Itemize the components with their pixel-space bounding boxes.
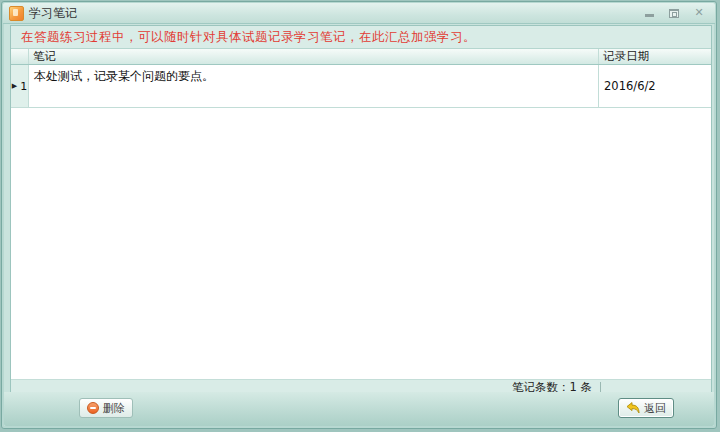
date-cell-text: 2016/6/2 xyxy=(604,79,656,93)
app-icon xyxy=(9,6,24,21)
row-marker-icon: ▶ xyxy=(12,83,17,90)
delete-button-label: 删除 xyxy=(103,401,125,416)
column-header-note-label: 笔记 xyxy=(33,49,56,64)
minimize-button[interactable] xyxy=(643,7,655,19)
row-index: 1 xyxy=(20,80,27,93)
column-header-date[interactable]: 记录日期 xyxy=(599,49,711,64)
row-header[interactable]: ▶ 1 xyxy=(11,65,29,107)
column-header-note[interactable]: 笔记 xyxy=(29,49,599,64)
title-bar[interactable]: 学习笔记 ✕ xyxy=(3,3,715,24)
notes-table: 笔记 记录日期 ▶ 1 本处测试，记录某个问题的要点。 2016/6/2 xyxy=(11,48,711,379)
window-controls: ✕ xyxy=(643,7,709,19)
minimize-icon xyxy=(645,14,654,17)
delete-button[interactable]: 删除 xyxy=(79,398,133,418)
maximize-button[interactable] xyxy=(668,7,680,19)
message-text: 在答题练习过程中，可以随时针对具体试题记录学习笔记，在此汇总加强学习。 xyxy=(21,29,476,44)
date-cell[interactable]: 2016/6/2 xyxy=(599,65,711,107)
back-button[interactable]: 返回 xyxy=(618,398,674,418)
back-button-label: 返回 xyxy=(644,401,666,416)
close-icon: ✕ xyxy=(694,7,703,19)
corner-header[interactable] xyxy=(11,49,29,64)
note-cell[interactable]: 本处测试，记录某个问题的要点。 xyxy=(29,65,599,107)
minus-icon xyxy=(87,402,99,414)
bottom-bar: 删除 返回 xyxy=(4,392,714,426)
window-title: 学习笔记 xyxy=(29,5,77,22)
table-empty-area xyxy=(11,108,711,379)
undo-arrow-icon xyxy=(626,402,640,414)
note-cell-text: 本处测试，记录某个问题的要点。 xyxy=(34,69,214,83)
column-header-date-label: 记录日期 xyxy=(603,49,649,64)
study-notes-window: 学习笔记 ✕ 在答题练习过程中，可以随时针对具体试题记录学习笔记，在此汇总加强学… xyxy=(1,1,717,429)
message-banner: 在答题练习过程中，可以随时针对具体试题记录学习笔记，在此汇总加强学习。 xyxy=(11,26,711,48)
status-spacer xyxy=(601,387,711,388)
table-row: ▶ 1 本处测试，记录某个问题的要点。 2016/6/2 xyxy=(11,65,711,108)
content-panel: 在答题练习过程中，可以随时针对具体试题记录学习笔记，在此汇总加强学习。 笔记 记… xyxy=(10,25,712,396)
maximize-icon xyxy=(669,9,679,18)
close-button[interactable]: ✕ xyxy=(693,7,705,19)
table-header-row: 笔记 记录日期 xyxy=(11,49,711,65)
